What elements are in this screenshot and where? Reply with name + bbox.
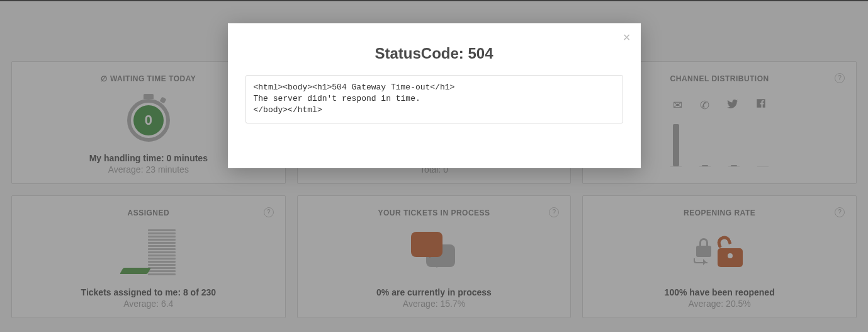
close-icon[interactable]: × [623, 31, 631, 43]
modal-title: StatusCode: 504 [245, 45, 623, 62]
error-modal: × StatusCode: 504 <html><body><h1>504 Ga… [228, 23, 641, 168]
modal-body: <html><body><h1>504 Gateway Time-out</h1… [245, 75, 623, 123]
modal-overlay[interactable]: × StatusCode: 504 <html><body><h1>504 Ga… [0, 0, 868, 332]
